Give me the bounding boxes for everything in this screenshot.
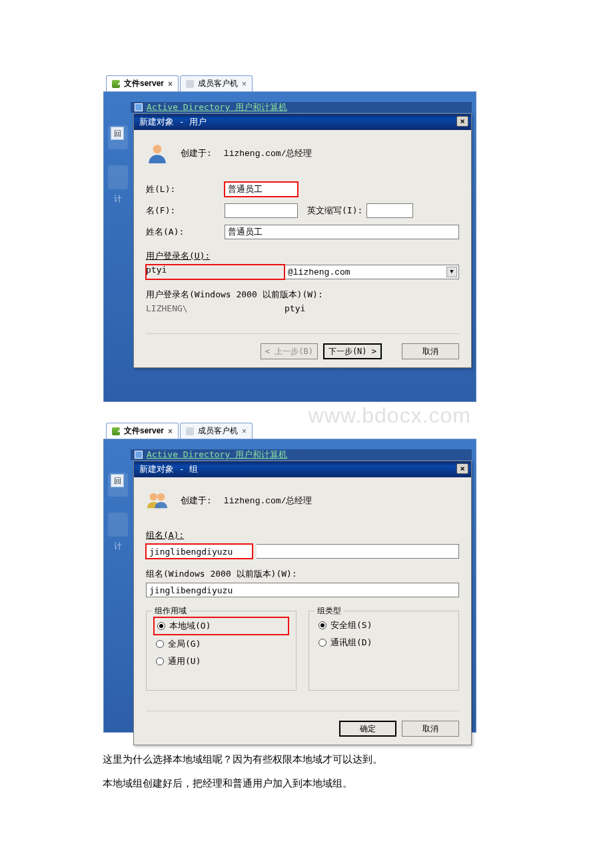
label-user-logon-pre2000: 用户登录名(Windows 2000 以前版本)(W): (146, 289, 323, 299)
input-user-logon[interactable]: ptyi (146, 265, 285, 279)
close-icon[interactable]: × (168, 427, 173, 435)
aduc-icon (135, 451, 143, 459)
tab-file-server[interactable]: 文件server × (106, 423, 179, 439)
radio-icon (156, 657, 164, 665)
close-icon[interactable]: × (168, 80, 173, 88)
legend-group-type: 组类型 (314, 605, 344, 617)
domain-suffix-value: @lizheng.com (288, 267, 350, 277)
screenshot-new-user: 文件server × 成员客户机 × 回 计 Active Directory … (103, 73, 476, 402)
input-given-name[interactable] (225, 203, 298, 218)
radio-icon (318, 639, 326, 647)
chevron-down-icon[interactable]: ▼ (446, 267, 457, 277)
desk-icon-label: 计 (108, 193, 128, 205)
radio-icon (156, 640, 164, 648)
close-icon[interactable]: × (456, 463, 468, 474)
svg-point-2 (157, 493, 165, 501)
close-icon[interactable]: × (242, 427, 247, 435)
radio-distribution-group[interactable]: 通讯组(D) (318, 637, 449, 649)
remote-desktop: 回 计 Active Directory 用户和计算机 新建对象 - 用户 × (103, 92, 476, 402)
aduc-icon (135, 103, 143, 111)
recycle-bin-icon[interactable] (108, 473, 128, 497)
desktop-icons: 计 (108, 473, 128, 552)
fieldset-group-type: 组类型 安全组(S) 通讯组(D) (308, 611, 459, 691)
screenshot-new-group: www.bdocx.com 文件server × 成员客户机 × 回 计 (103, 421, 476, 733)
tab-member-client[interactable]: 成员客户机 × (180, 423, 253, 439)
created-in-label: 创建于: (181, 147, 212, 159)
label-group-name: 组名(A): (146, 530, 184, 540)
radio-global[interactable]: 全局(G) (156, 638, 287, 650)
cancel-button[interactable]: 取消 (402, 343, 459, 359)
label-user-logon: 用户登录名(U): (146, 251, 210, 261)
legend-group-scope: 组作用域 (152, 605, 189, 617)
input-group-name-ext[interactable] (257, 544, 459, 559)
input-group-name-pre2000[interactable]: jinglibengdiyuzu (146, 583, 459, 597)
input-fullname[interactable]: 普通员工 (225, 225, 459, 239)
dialog-titlebar: 新建对象 - 用户 × (134, 114, 471, 130)
ad-users-computers-title: Active Directory 用户和计算机 (131, 102, 472, 113)
monitor-icon (112, 427, 120, 435)
remote-desktop: 回 计 Active Directory 用户和计算机 新建对象 - 组 × (103, 439, 476, 733)
back-button: < 上一步(B) (261, 343, 318, 359)
fieldset-group-scope: 组作用域 本地域(O) 全局(G) (146, 611, 297, 691)
label-given-name: 名(F): (146, 205, 221, 217)
radio-icon (157, 622, 165, 630)
user-head-icon (146, 142, 169, 165)
tab-bar: 文件server × 成员客户机 × (103, 421, 476, 439)
my-computer-icon[interactable] (108, 513, 128, 537)
input-user-logon-pre2000[interactable]: ptyi (285, 303, 459, 313)
created-in-label: 创建于: (181, 495, 212, 507)
tab-bar: 文件server × 成员客户机 × (103, 73, 476, 92)
label-initials: 英文缩写(I): (307, 205, 362, 217)
group-heads-icon (146, 489, 169, 512)
ad-users-computers-title: Active Directory 用户和计算机 (131, 449, 472, 460)
ok-button[interactable]: 确定 (339, 721, 396, 737)
desktop-icons: 计 (108, 125, 128, 205)
recycle-bin-icon[interactable] (108, 125, 128, 149)
input-domain-prefix: LIZHENG\ (146, 303, 285, 313)
input-surname[interactable]: 普通员工 (225, 182, 298, 197)
label-fullname: 姓名(A): (146, 226, 221, 238)
tab-label: 成员客户机 (198, 425, 238, 437)
tab-label: 成员客户机 (198, 78, 238, 89)
combo-domain-suffix[interactable]: @lizheng.com ▼ (285, 265, 459, 279)
caption-line-1: 这里为什么选择本地域组呢？因为有些权限本地域才可以达到。 (103, 751, 613, 769)
caption-line-2: 本地域组创建好后，把经理和普通用户加入到本地域组。 (103, 775, 613, 793)
radio-icon (318, 621, 326, 629)
tab-label: 文件server (124, 78, 164, 89)
svg-point-0 (153, 145, 162, 153)
radio-security-group[interactable]: 安全组(S) (318, 619, 449, 631)
label-surname: 姓(L): (146, 183, 221, 195)
input-group-name[interactable]: jinglibengdiyuzu (146, 544, 253, 559)
cancel-button[interactable]: 取消 (402, 721, 459, 737)
monitor-icon (186, 80, 194, 88)
my-computer-icon[interactable] (108, 165, 128, 189)
aduc-title-text: Active Directory 用户和计算机 (147, 102, 287, 113)
created-in-path: lizheng.com/总经理 (224, 495, 312, 507)
close-icon[interactable]: × (242, 80, 247, 88)
svg-point-1 (150, 493, 157, 501)
desk-icon-label: 计 (108, 541, 128, 552)
dialog-title-text: 新建对象 - 用户 (139, 116, 207, 128)
tab-file-server[interactable]: 文件server × (106, 75, 179, 91)
dialog-title-text: 新建对象 - 组 (139, 463, 198, 475)
new-object-user-dialog: 新建对象 - 用户 × 创建于: lizheng.com/总经理 姓(L): 普… (133, 113, 472, 368)
radio-universal[interactable]: 通用(U) (156, 655, 287, 667)
monitor-icon (186, 427, 194, 435)
aduc-title-text: Active Directory 用户和计算机 (147, 449, 287, 460)
monitor-icon (112, 80, 120, 88)
input-initials[interactable] (366, 203, 413, 218)
radio-domain-local[interactable]: 本地域(O) (156, 619, 287, 633)
tab-member-client[interactable]: 成员客户机 × (180, 75, 253, 91)
close-icon[interactable]: × (456, 116, 468, 127)
next-button[interactable]: 下一步(N) > (323, 343, 382, 359)
new-object-group-dialog: 新建对象 - 组 × 创建于: lizheng.com/总经理 (133, 461, 472, 745)
dialog-titlebar: 新建对象 - 组 × (134, 461, 471, 477)
created-in-path: lizheng.com/总经理 (224, 147, 312, 159)
tab-label: 文件server (124, 425, 164, 437)
label-group-name-pre2000: 组名(Windows 2000 以前版本)(W): (146, 569, 297, 579)
